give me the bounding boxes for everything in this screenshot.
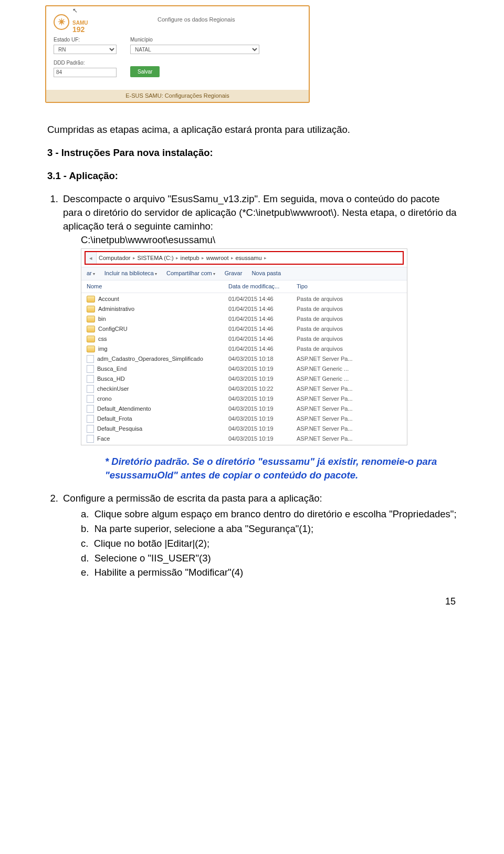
file-date: 01/04/2015 14:46 [228, 315, 297, 323]
file-type: ASP.NET Server Pa... [297, 385, 381, 393]
step-1: Descompacte o arquivo "EsusSamu_v13.zip"… [61, 192, 457, 482]
file-row[interactable]: Busca_HD04/03/2015 10:19ASP.NET Generic … [87, 374, 402, 384]
step-2e: e. Habilite a permissão "Modificar"(4) [81, 566, 457, 579]
ddd-label: DDD Padrão: [54, 59, 117, 67]
toolbar-ar[interactable]: ar ▾ [87, 269, 95, 277]
explorer-toolbar: ar ▾ Incluir na biblioteca ▾ Compartilha… [81, 267, 407, 280]
file-row[interactable]: css01/04/2015 14:46Pasta de arquivos [87, 334, 402, 344]
file-name: Default_Atendimento [97, 405, 151, 413]
file-name: bin [98, 315, 106, 323]
aspx-file-icon [87, 385, 94, 393]
step-2c: c. Clique no botão |Editar|(2); [81, 537, 457, 550]
step-2-text: Configure a permissão de escrita da past… [63, 493, 322, 504]
step-2d: d. Selecione o "IIS_USER"(3) [81, 551, 457, 565]
cursor-icon: ↖ [72, 7, 78, 14]
section-3-1-heading: 3.1 - Aplicação: [47, 169, 457, 183]
step-1-text: Descompacte o arquivo "EsusSamu_v13.zip"… [63, 193, 457, 232]
file-name: img [98, 345, 108, 353]
aspx-file-icon [87, 365, 94, 373]
breadcrumb-segment[interactable]: SISTEMA (C:) [135, 254, 176, 262]
folder-icon [87, 306, 95, 313]
file-row[interactable]: Default_Frota04/03/2015 10:19ASP.NET Ser… [87, 414, 402, 424]
page-number: 15 [0, 595, 456, 608]
file-date: 04/03/2015 10:19 [228, 405, 297, 413]
breadcrumb-segment[interactable]: Computador [97, 254, 133, 262]
toolbar-nova-pasta[interactable]: Nova pasta [251, 269, 281, 277]
aspx-file-icon [87, 415, 94, 423]
header-tipo[interactable]: Tipo [297, 283, 375, 290]
file-date: 04/03/2015 10:22 [228, 385, 297, 393]
file-date: 04/03/2015 10:19 [228, 435, 297, 443]
file-row[interactable]: Default_Atendimento04/03/2015 10:19ASP.N… [87, 404, 402, 414]
aspx-file-icon [87, 405, 94, 413]
file-row[interactable]: Default_Pesquisa04/03/2015 10:19ASP.NET … [87, 424, 402, 434]
file-name: Face [97, 435, 110, 443]
panel-title: Configure os dados Regionais [91, 16, 301, 24]
column-headers: Nome Data de modificaç... Tipo [81, 280, 407, 293]
file-row[interactable]: Administrativo01/04/2015 14:46Pasta de a… [87, 304, 402, 314]
file-date: 04/03/2015 10:18 [228, 355, 297, 363]
file-name: Default_Pesquisa [97, 425, 142, 433]
file-type: ASP.NET Server Pa... [297, 425, 381, 433]
breadcrumb-segment[interactable]: esussamu [234, 254, 264, 262]
config-panel: ✴ ↖ SAMU192 Configure os dados Regionais… [45, 5, 310, 103]
file-type: ASP.NET Server Pa... [297, 415, 381, 423]
back-icon[interactable]: ◂ [86, 252, 97, 264]
file-date: 01/04/2015 14:46 [228, 305, 297, 313]
header-data[interactable]: Data de modificaç... [228, 283, 297, 290]
save-button[interactable]: Salvar [130, 66, 160, 77]
file-type: ASP.NET Generic ... [297, 365, 381, 373]
file-name: crono [97, 395, 112, 403]
file-type: Pasta de arquivos [297, 335, 381, 343]
aspx-file-icon [87, 355, 94, 363]
folder-icon [87, 316, 95, 322]
aspx-file-icon [87, 425, 94, 433]
file-type: ASP.NET Server Pa... [297, 435, 381, 443]
file-name: adm_Cadastro_Operadores_Simplificado [97, 355, 203, 363]
file-type: ASP.NET Generic ... [297, 375, 381, 383]
file-date: 01/04/2015 14:46 [228, 335, 297, 343]
file-date: 01/04/2015 14:46 [228, 325, 297, 333]
estado-select[interactable]: RN [54, 45, 117, 54]
file-date: 01/04/2015 14:46 [228, 295, 297, 303]
toolbar-incluir[interactable]: Incluir na biblioteca ▾ [104, 269, 157, 277]
file-row[interactable]: Account01/04/2015 14:46Pasta de arquivos [87, 294, 402, 304]
toolbar-compartilhar[interactable]: Compartilhar com ▾ [166, 269, 215, 277]
aspx-file-icon [87, 395, 94, 403]
toolbar-gravar[interactable]: Gravar [225, 269, 243, 277]
file-type: Pasta de arquivos [297, 345, 381, 353]
file-row[interactable]: crono04/03/2015 10:19ASP.NET Server Pa..… [87, 394, 402, 404]
ddd-input[interactable] [54, 68, 117, 77]
file-name: Busca_End [97, 365, 127, 373]
aspx-file-icon [87, 375, 94, 383]
step-1-path: C:\inetpub\wwwroot\esussamu\ [81, 233, 215, 247]
file-name: Default_Frota [97, 415, 132, 423]
folder-icon [87, 346, 95, 352]
file-date: 04/03/2015 10:19 [228, 375, 297, 383]
file-row[interactable]: ConfigCRU01/04/2015 14:46Pasta de arquiv… [87, 324, 402, 334]
file-name: ConfigCRU [98, 325, 128, 333]
aspx-file-icon [87, 435, 94, 443]
file-row[interactable]: adm_Cadastro_Operadores_Simplificado04/0… [87, 354, 402, 364]
file-name: checkinUser [97, 385, 129, 393]
address-bar[interactable]: ◂ Computador▸SISTEMA (C:)▸inetpub▸wwwroo… [85, 251, 404, 265]
file-row[interactable]: Face04/03/2015 10:19ASP.NET Server Pa... [87, 434, 402, 444]
breadcrumb-segment[interactable]: inetpub [178, 254, 202, 262]
header-nome[interactable]: Nome [87, 283, 228, 290]
estado-label: Estado UF: [54, 36, 117, 44]
file-row[interactable]: Busca_End04/03/2015 10:19ASP.NET Generic… [87, 364, 402, 374]
folder-icon [87, 296, 95, 303]
intro-text: Cumpridas as etapas acima, a aplicação e… [47, 123, 457, 137]
file-name: css [98, 335, 107, 343]
folder-icon [87, 326, 95, 332]
file-row[interactable]: img01/04/2015 14:46Pasta de arquivos [87, 344, 402, 354]
municipio-select[interactable]: NATAL [130, 45, 259, 54]
file-name: Administrativo [98, 305, 134, 313]
folder-icon [87, 336, 95, 342]
file-row[interactable]: checkinUser04/03/2015 10:22ASP.NET Serve… [87, 384, 402, 394]
file-type: ASP.NET Server Pa... [297, 355, 381, 363]
file-row[interactable]: bin01/04/2015 14:46Pasta de arquivos [87, 314, 402, 324]
breadcrumb-segment[interactable]: wwwroot [204, 254, 231, 262]
file-date: 04/03/2015 10:19 [228, 395, 297, 403]
directory-note: * Diretório padrão. Se o diretório "esus… [105, 455, 441, 482]
